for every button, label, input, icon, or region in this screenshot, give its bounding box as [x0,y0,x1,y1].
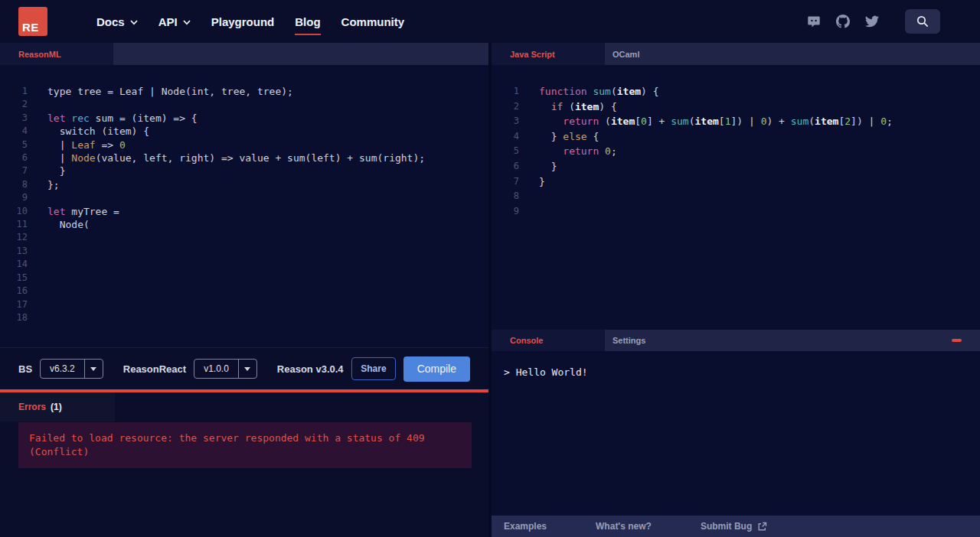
line-content: function sum(item) { [539,84,659,99]
console-output: > Hello World! [492,351,980,516]
nav-label: Docs [96,15,125,28]
code-line: 3 return (item[0] + sum(item[1]) | 0) + … [492,114,980,129]
code-line: 7 } [0,164,488,177]
compile-button[interactable]: Compile [403,356,470,382]
minus-icon [952,339,962,342]
code-line: 11 Node( [0,218,488,231]
code-line: 6 } [492,159,980,174]
nav-item-api[interactable]: API [158,15,191,28]
nav-item-blog[interactable]: Blog [295,15,320,28]
code-line: 6 | Node(value, left, right) => value + … [0,151,488,164]
tab-label: Console [510,336,543,345]
nav-item-playground[interactable]: Playground [211,15,275,28]
line-number: 18 [0,311,28,324]
tab-javascript[interactable]: Java Script [492,43,605,65]
footer-link-label: What's new? [596,521,652,532]
select-caret-box [84,360,103,378]
left-panel: ReasonML 1type tree = Leaf | Node(int, t… [0,43,488,537]
errors-section: Errors (1) Failed to load resource: the … [0,389,488,537]
line-number: 1 [0,85,28,98]
caret-down-icon [244,367,250,371]
line-number: 9 [492,204,519,220]
code-line: 8 [492,189,980,204]
line-number: 2 [0,98,28,111]
tab-label: Java Script [510,50,555,59]
line-content: } [539,174,545,190]
code-line: 4 switch (item) { [0,125,488,138]
nav-item-docs[interactable]: Docs [96,15,138,28]
line-number: 6 [492,159,519,174]
reasonreact-version-select[interactable]: v1.0.0 [194,359,257,379]
line-content: return (item[0] + sum(item[1]) | 0) + su… [539,114,893,129]
nav-label: Playground [211,15,275,28]
nav-label: API [158,15,178,28]
share-button[interactable]: Share [351,357,395,380]
code-line: 14 [0,258,488,271]
search-icon [916,15,929,28]
reason-code-editor[interactable]: 1type tree = Leaf | Node(int, tree, tree… [0,65,488,347]
line-number: 10 [0,205,28,218]
line-content: | Leaf => 0 [47,138,126,151]
navbar-right [807,9,940,34]
code-line: 5 | Leaf => 0 [0,138,488,151]
code-line: 2 if (item) { [492,99,980,115]
nav-item-community[interactable]: Community [341,15,405,28]
code-line: 12 [0,231,488,244]
whats-new-link[interactable]: What's new? [596,521,652,532]
code-line: 18 [0,311,488,324]
code-line: 1type tree = Leaf | Node(int, tree, tree… [0,85,488,98]
line-number: 3 [492,114,519,129]
tab-reasonml[interactable]: ReasonML [0,43,113,65]
line-content: }; [47,178,60,191]
tab-settings[interactable]: Settings [605,330,645,351]
twitter-icon[interactable] [865,15,879,28]
line-content: Node( [47,218,90,231]
code-line: 15 [0,272,488,285]
bs-label: BS [18,363,32,375]
line-content: let rec sum = (item) => { [47,112,198,125]
examples-link[interactable]: Examples [504,521,547,532]
nav-label: Blog [295,15,320,35]
code-line: 2 [0,98,488,111]
line-number: 14 [0,258,28,271]
code-line: 9 [492,204,980,220]
chevron-down-icon [183,20,191,25]
reasonreact-label: ReasonReact [123,363,186,375]
line-number: 5 [0,138,28,151]
logo-text: RE [22,21,38,34]
line-number: 4 [492,129,519,145]
javascript-output-editor[interactable]: 1function sum(item) {2 if (item) {3 retu… [492,65,980,330]
line-number: 17 [0,298,28,311]
tab-label: ReasonML [18,50,61,59]
github-icon[interactable] [836,15,850,28]
console-output-line: > Hello World! [504,366,588,378]
line-content: } [47,164,65,177]
code-line: 10let myTree = [0,205,488,218]
line-content: } [539,159,557,174]
workspace: ReasonML 1type tree = Leaf | Node(int, t… [0,43,980,537]
external-link-icon [757,522,767,532]
search-button[interactable] [905,9,940,34]
code-line: 16 [0,285,488,298]
submit-bug-link[interactable]: Submit Bug [701,521,767,532]
line-number: 9 [0,191,28,204]
line-number: 4 [0,125,28,138]
code-line: 1function sum(item) { [492,84,980,99]
tab-console[interactable]: Console [492,330,605,351]
bs-version-value: v6.3.2 [41,363,84,374]
line-number: 3 [0,112,28,125]
reason-logo[interactable]: RE [18,7,47,36]
line-content: switch (item) { [47,125,149,138]
line-number: 7 [0,164,28,177]
tab-label: Settings [612,336,645,345]
bs-version-select[interactable]: v6.3.2 [40,359,103,379]
collapse-console-button[interactable] [952,330,962,351]
line-number: 12 [0,231,28,244]
chevron-down-icon [130,20,138,25]
console-tabbar: Console Settings [492,330,980,351]
tab-ocaml[interactable]: OCaml [605,43,639,65]
discord-icon[interactable] [807,15,821,28]
code-line: 7} [492,174,980,190]
errors-header[interactable]: Errors (1) [0,392,488,421]
select-caret-box [238,360,256,378]
